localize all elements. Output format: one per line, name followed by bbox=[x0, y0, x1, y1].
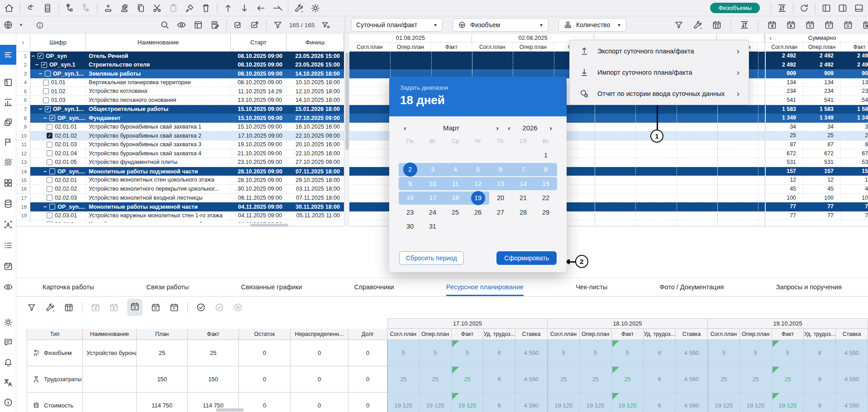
sidebar-item-structure[interactable] bbox=[0, 45, 16, 65]
comment-icon[interactable] bbox=[3, 337, 14, 348]
calendar-day-26[interactable]: 26 bbox=[467, 209, 489, 216]
daily-cell[interactable]: 5 bbox=[740, 340, 772, 366]
work-row-11[interactable]: 1102.01.03Устройство буронабивных свай з… bbox=[16, 140, 344, 149]
year-prev-icon[interactable]: ‹ bbox=[503, 124, 515, 132]
calendar-day-4[interactable]: 4 bbox=[444, 166, 467, 173]
list-icon[interactable] bbox=[3, 240, 14, 251]
calendar-day-21[interactable]: 21 bbox=[512, 194, 534, 201]
calendar-day-3[interactable]: 3 bbox=[421, 166, 444, 173]
database-icon[interactable] bbox=[3, 198, 14, 209]
tab-ресурсное-планирование[interactable]: Ресурсное планирование bbox=[446, 278, 524, 296]
row-checkbox[interactable] bbox=[47, 186, 52, 192]
tab-справочники[interactable]: Справочники bbox=[354, 278, 394, 296]
daily-cell[interactable]: 4 590 bbox=[676, 340, 708, 366]
quantity-dropdown[interactable]: 123 Количество ▼ bbox=[558, 18, 626, 32]
work-row-8[interactable]: 8−✓OP_syn....Фундамент15.10.2025 09:0027… bbox=[16, 114, 344, 123]
calendar-grid-icon[interactable] bbox=[711, 19, 722, 30]
reset-period-button[interactable]: Сбросить период bbox=[399, 251, 464, 265]
calendar-day-30[interactable]: 30 bbox=[399, 223, 421, 230]
circle-check-icon[interactable] bbox=[196, 302, 206, 313]
row-checkbox[interactable] bbox=[47, 221, 52, 223]
wrench-icon[interactable] bbox=[294, 3, 305, 14]
eye-icon[interactable] bbox=[176, 19, 187, 30]
calendar-f-icon[interactable]: F bbox=[169, 302, 180, 313]
physvolumes-badge[interactable]: Физобъемы bbox=[710, 3, 760, 13]
month-next-icon[interactable]: › bbox=[491, 124, 503, 132]
daily-cell[interactable]: 25 bbox=[612, 366, 644, 393]
collapse-toggle[interactable]: − bbox=[35, 62, 39, 68]
work-row-20[interactable]: 2002.03.0...Устройство внутренних моноли… bbox=[16, 220, 344, 223]
daily-planfact-dropdown[interactable]: Суточный план/факт ▼ bbox=[351, 18, 443, 32]
globe-icon[interactable] bbox=[3, 19, 14, 30]
daily-cell[interactable]: 6 bbox=[644, 393, 676, 412]
active-period-mode[interactable]: S bbox=[127, 299, 143, 316]
calendar-day-7[interactable]: 7 bbox=[512, 166, 534, 173]
work-row-2[interactable]: 2−✓OP_syn.1Строительство отеля08.10.2025… bbox=[16, 61, 344, 70]
arrow-down-icon[interactable] bbox=[239, 3, 250, 14]
bell-icon[interactable] bbox=[3, 357, 14, 368]
daily-cell[interactable]: 5 bbox=[708, 340, 740, 366]
menu-item[interactable]: Отчет по истории ввода суточных данных› bbox=[570, 83, 749, 105]
calendar-day-27[interactable]: 27 bbox=[489, 209, 512, 216]
calendar-day-14[interactable]: 14 bbox=[512, 180, 534, 187]
daily-cell[interactable]: 19 125 bbox=[452, 393, 484, 412]
calendar-day-5[interactable]: 5 bbox=[467, 166, 489, 173]
tab-фото-документация[interactable]: Фото / Документация bbox=[659, 278, 724, 296]
add-node-icon[interactable] bbox=[64, 3, 75, 14]
window-copy-icon[interactable] bbox=[193, 19, 204, 30]
daily-cell[interactable]: 25 bbox=[548, 366, 580, 393]
work-row-5[interactable]: 501.02Устройство котлована11.10.2025 14:… bbox=[16, 87, 344, 96]
daily-cell[interactable]: 19 125 bbox=[387, 393, 420, 412]
calendar-next-icon[interactable] bbox=[109, 302, 119, 313]
daily-cell[interactable]: 25 bbox=[387, 366, 420, 393]
add-row-icon[interactable] bbox=[103, 3, 114, 14]
row-checkbox[interactable] bbox=[47, 177, 52, 183]
grid-icon[interactable] bbox=[3, 177, 14, 188]
generate-button[interactable]: Сформировать bbox=[496, 251, 557, 265]
calendar-day-10[interactable]: 10 bbox=[421, 180, 444, 187]
calendar-prev-icon[interactable] bbox=[90, 302, 101, 313]
row-checkbox[interactable]: ✓ bbox=[49, 115, 55, 121]
daily-cell[interactable]: 4 590 bbox=[676, 393, 708, 412]
year-next-icon[interactable]: › bbox=[545, 124, 557, 132]
calendar-day-29[interactable]: 29 bbox=[534, 209, 557, 216]
daily-cell[interactable]: 5 bbox=[580, 340, 612, 366]
wrench-icon[interactable] bbox=[45, 302, 56, 313]
work-row-16[interactable]: 1602.02.02Устройство монолитного перекры… bbox=[16, 185, 344, 194]
calendar-day-22[interactable]: 22 bbox=[534, 194, 557, 201]
swap-vertical-icon[interactable] bbox=[777, 3, 787, 14]
daily-cell[interactable]: 4 590 bbox=[836, 393, 868, 412]
chart-icon[interactable] bbox=[3, 97, 14, 108]
row-checkbox[interactable] bbox=[45, 71, 51, 77]
daily-cell[interactable]: 19 125 bbox=[548, 393, 580, 412]
row-checkbox[interactable] bbox=[47, 150, 52, 156]
text-a-icon[interactable] bbox=[3, 219, 14, 230]
calendar-day-31[interactable]: 31 bbox=[421, 223, 444, 230]
work-row-9[interactable]: 902.01.01Устройство буронабивных свай за… bbox=[16, 123, 344, 132]
work-row-15[interactable]: 1502.02.01Устройство монолитных стен цок… bbox=[16, 176, 344, 185]
layers-icon[interactable] bbox=[3, 117, 14, 128]
daily-cell[interactable]: 5 bbox=[772, 340, 804, 366]
row-checkbox[interactable] bbox=[43, 88, 49, 94]
calendar-day-9[interactable]: 9 bbox=[399, 180, 421, 187]
work-row-10[interactable]: 10✓02.01.02Устройство буронабивных свай … bbox=[16, 131, 344, 140]
daily-cell[interactable]: 5 bbox=[420, 340, 452, 366]
daily-cell[interactable]: 25 bbox=[420, 366, 452, 393]
resource-row-трудозатраты[interactable]: Трудозатраты15015000025252564 5902525256… bbox=[27, 366, 868, 393]
daily-cell[interactable]: 5 bbox=[387, 340, 420, 366]
work-row-3[interactable]: 3−OP_syn.1...Земляные работы08.10.2025 0… bbox=[16, 69, 344, 78]
info-circle-icon[interactable] bbox=[3, 397, 14, 408]
row-checkbox[interactable] bbox=[47, 159, 52, 165]
layout-left-icon[interactable] bbox=[821, 3, 832, 14]
collapse-toggle[interactable]: − bbox=[43, 204, 47, 210]
work-row-4[interactable]: 401.01Вертикальная планировка территории… bbox=[16, 78, 344, 87]
calendar-grid-icon[interactable] bbox=[63, 302, 74, 313]
hatch-icon[interactable] bbox=[3, 157, 14, 168]
circle-cross-icon[interactable] bbox=[233, 302, 243, 313]
info-icon[interactable] bbox=[35, 21, 44, 30]
daily-cell[interactable]: 6 bbox=[644, 340, 676, 366]
daily-cell[interactable]: 6 bbox=[483, 340, 515, 366]
calendar-day-25[interactable]: 25 bbox=[444, 209, 467, 216]
summary-prev-icon[interactable]: ‹ bbox=[766, 34, 775, 42]
note-edit-icon[interactable] bbox=[210, 19, 220, 30]
